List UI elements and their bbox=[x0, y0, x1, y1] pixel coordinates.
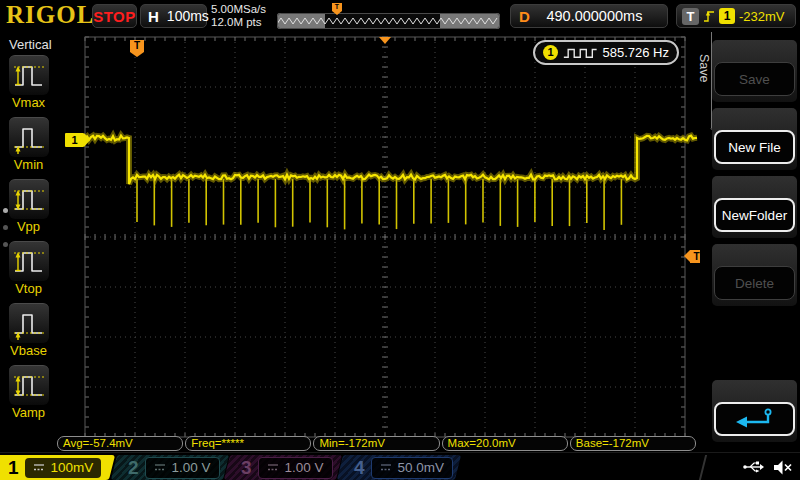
channel-1-status[interactable]: 1 100mV bbox=[0, 455, 115, 480]
vpp-icon bbox=[12, 183, 46, 217]
vertical-measure-menu: Vertical Vmax Vmin Vpp bbox=[0, 32, 57, 452]
dc-coupling-icon bbox=[154, 463, 166, 472]
memory-depth: 12.0M pts bbox=[211, 16, 266, 29]
measurement-base: Base=-172mV bbox=[570, 436, 696, 451]
save-menu: Save Save New File NewFolder Delete bbox=[700, 32, 800, 452]
sidebar-item-vtop[interactable]: Vtop bbox=[0, 241, 57, 303]
timebase-value: 100ms bbox=[167, 8, 209, 24]
vamp-icon bbox=[12, 369, 46, 403]
waveform-plot bbox=[57, 32, 700, 452]
bottom-bar-divider bbox=[699, 455, 717, 480]
trigger-level-value: -232mV bbox=[739, 9, 785, 24]
channel-2-status[interactable]: 2 1.00 V bbox=[111, 455, 229, 480]
ch1-level-marker[interactable]: 1 bbox=[65, 133, 84, 147]
return-arrow-icon bbox=[732, 407, 778, 431]
channel-scale: 50.0mV bbox=[398, 460, 445, 475]
rigol-logo: RIGOL bbox=[6, 1, 94, 29]
square-wave-icon bbox=[563, 45, 598, 61]
run-stop-status[interactable]: STOP bbox=[92, 4, 137, 28]
dc-coupling-icon bbox=[380, 463, 392, 472]
measurement-max: Max=20.0mV bbox=[442, 436, 568, 451]
menu-button-new-folder[interactable]: NewFolder bbox=[714, 198, 795, 232]
menu-button-new-file[interactable]: New File bbox=[714, 130, 795, 164]
sidebar-item-label: Vtop bbox=[15, 281, 42, 296]
sidebar-item-vpp[interactable]: Vpp bbox=[0, 179, 57, 241]
speaker-muted-icon bbox=[773, 460, 792, 475]
sidebar-item-label: Vpp bbox=[17, 219, 40, 234]
menu-tab-save[interactable]: Save bbox=[697, 54, 711, 83]
channel-3-status[interactable]: 3 1.00 V bbox=[224, 455, 342, 480]
sample-rate: 5.00MSa/s bbox=[211, 3, 266, 16]
trigger-source-chip: 1 bbox=[719, 8, 735, 24]
menu-slot: Save bbox=[712, 40, 797, 102]
sidebar-item-label: Vmax bbox=[12, 95, 45, 110]
vmax-icon bbox=[12, 59, 46, 93]
acquisition-info: 5.00MSa/s 12.0M pts bbox=[211, 3, 266, 29]
waveform-overview-strip[interactable]: T bbox=[277, 13, 500, 29]
measurement-avg: Avg=-57.4mV bbox=[57, 436, 183, 451]
channel-number: 4 bbox=[354, 457, 365, 479]
overview-wave-icon bbox=[277, 13, 500, 29]
vbase-icon bbox=[12, 307, 46, 341]
channel-scale: 100mV bbox=[51, 460, 94, 475]
t-label: T bbox=[682, 8, 699, 25]
d-label: D bbox=[519, 8, 530, 25]
vmin-icon bbox=[12, 121, 46, 155]
measurement-min: Min=-172mV bbox=[313, 436, 439, 451]
sidebar-item-label: Vamp bbox=[12, 405, 45, 420]
menu-slot: New File bbox=[712, 108, 797, 170]
menu-button-delete[interactable]: Delete bbox=[714, 266, 795, 300]
freq-value: 585.726 Hz bbox=[603, 45, 670, 60]
sidebar-title: Vertical bbox=[9, 37, 57, 52]
horizontal-timebase-box[interactable]: H 100ms bbox=[140, 4, 207, 28]
menu-button-back[interactable] bbox=[714, 402, 795, 436]
dc-coupling-icon bbox=[267, 463, 279, 472]
delay-box[interactable]: D 490.000000ms bbox=[510, 4, 668, 28]
sidebar-item-vmax[interactable]: Vmax bbox=[0, 55, 57, 117]
sidebar-item-vmin[interactable]: Vmin bbox=[0, 117, 57, 179]
sidebar-item-label: Vbase bbox=[10, 343, 47, 358]
menu-page-dots bbox=[3, 208, 8, 247]
h-label: H bbox=[148, 8, 159, 25]
oscilloscope-screen: RIGOL STOP H 100ms 5.00MSa/s 12.0M pts T… bbox=[0, 0, 800, 480]
channel-number: 3 bbox=[241, 457, 252, 479]
scope-display: T 1 T 1 585.726 Hz Avg=-57.4mV Freq=****… bbox=[57, 32, 700, 452]
channel-scale: 1.00 V bbox=[172, 460, 211, 475]
menu-slot: NewFolder bbox=[712, 176, 797, 238]
measurement-bar: Avg=-57.4mV Freq=***** Min=-172mV Max=20… bbox=[57, 436, 696, 451]
menu-slot bbox=[712, 380, 797, 442]
overview-trigger-marker[interactable]: T bbox=[332, 3, 342, 11]
usb-icon bbox=[742, 459, 764, 475]
rising-edge-icon bbox=[703, 9, 715, 24]
measurement-freq: Freq=***** bbox=[185, 436, 311, 451]
channel-number: 1 bbox=[8, 457, 19, 479]
channel-4-status[interactable]: 4 50.0mV bbox=[337, 455, 461, 480]
channel-number: 2 bbox=[128, 457, 139, 479]
freq-channel-chip: 1 bbox=[543, 45, 558, 60]
delay-position-marker[interactable] bbox=[379, 37, 391, 44]
trigger-position-marker[interactable]: T bbox=[130, 40, 144, 52]
status-icons bbox=[742, 459, 792, 475]
dc-coupling-icon bbox=[33, 463, 45, 472]
sidebar-item-vbase[interactable]: Vbase bbox=[0, 303, 57, 365]
sidebar-item-vamp[interactable]: Vamp bbox=[0, 365, 57, 427]
trigger-box[interactable]: T 1 -232mV bbox=[676, 4, 796, 28]
delay-value: 490.000000ms bbox=[530, 8, 659, 24]
menu-slot: Delete bbox=[712, 244, 797, 306]
channel-scale: 1.00 V bbox=[285, 460, 324, 475]
menu-button-save[interactable]: Save bbox=[714, 62, 795, 96]
top-bar: RIGOL STOP H 100ms 5.00MSa/s 12.0M pts T… bbox=[0, 0, 800, 32]
frequency-counter: 1 585.726 Hz bbox=[533, 40, 679, 65]
channel-status-bar: 1 100mV 2 1.00 V bbox=[0, 452, 800, 480]
sidebar-item-label: Vmin bbox=[14, 157, 44, 172]
vtop-icon bbox=[12, 245, 46, 279]
